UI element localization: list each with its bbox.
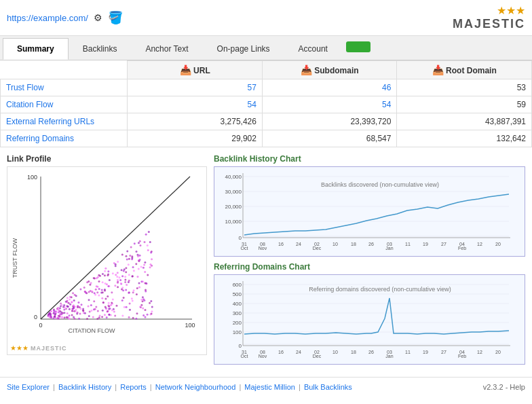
svg-point-347 [56, 311, 58, 313]
svg-text:500: 500 [233, 291, 242, 297]
svg-point-180 [140, 304, 142, 306]
svg-point-260 [93, 300, 95, 302]
footer-majestic-million[interactable]: Majestic Million [244, 383, 295, 391]
svg-text:0: 0 [39, 322, 42, 329]
svg-point-200 [137, 254, 139, 256]
svg-point-102 [83, 287, 86, 289]
svg-point-303 [140, 299, 142, 301]
svg-point-297 [112, 272, 114, 274]
tab-anchor-text[interactable]: Anchor Text [131, 38, 202, 60]
tab-backlinks[interactable]: Backlinks [69, 38, 132, 60]
svg-point-285 [136, 293, 138, 295]
tab-toggle[interactable] [346, 41, 370, 54]
svg-point-100 [66, 312, 69, 314]
svg-point-226 [88, 306, 90, 308]
majestic-logo: ★★★ MAJESTIC [453, 4, 525, 31]
svg-point-57 [144, 309, 146, 311]
col-root-label: Root Domain [446, 66, 497, 75]
metric-trust-flow[interactable]: Trust Flow [6, 83, 44, 92]
svg-point-202 [132, 275, 134, 277]
svg-text:30,000: 30,000 [225, 189, 242, 195]
gear-icon[interactable]: ⚙ [94, 12, 102, 23]
svg-point-108 [95, 289, 97, 291]
svg-point-9 [121, 253, 124, 255]
ext-url-subdomain: 23,393,720 [262, 113, 397, 130]
tab-onpage-links[interactable]: On-page Links [203, 38, 284, 60]
svg-point-90 [96, 285, 98, 287]
svg-point-221 [111, 301, 113, 304]
svg-point-335 [145, 234, 147, 236]
svg-point-241 [66, 300, 69, 302]
svg-point-177 [104, 270, 106, 272]
svg-point-268 [115, 265, 117, 267]
footer-bulk-backlinks[interactable]: Bulk Backlinks [304, 383, 352, 391]
svg-point-318 [77, 301, 79, 304]
svg-point-114 [149, 266, 151, 268]
svg-point-93 [133, 289, 135, 291]
backlink-history-title: Backlink History Chart [214, 154, 525, 164]
svg-point-228 [104, 268, 107, 270]
svg-point-306 [99, 315, 101, 317]
svg-point-290 [139, 255, 141, 257]
metric-citation-flow[interactable]: Citation Flow [6, 100, 53, 109]
col-subdomain-label: Subdomain [314, 66, 358, 75]
svg-point-59 [65, 308, 67, 310]
svg-point-98 [84, 312, 86, 314]
svg-point-176 [107, 274, 109, 276]
svg-point-351 [142, 267, 145, 269]
footer-network-neighbourhood[interactable]: Network Neighbourhood [155, 383, 236, 391]
svg-point-238 [108, 314, 110, 316]
footer-links: Site Explorer | Backlink History | Repor… [7, 383, 352, 391]
table-row: Referring Domains 29,902 68,547 132,642 [1, 130, 532, 147]
svg-point-49 [98, 295, 100, 297]
svg-point-294 [142, 298, 145, 300]
svg-point-243 [109, 308, 111, 310]
svg-point-352 [60, 314, 62, 316]
svg-text:18: 18 [351, 242, 356, 246]
link-profile-title: Link Profile [7, 154, 207, 164]
scatter-plot-svg: TRUST FLOW CITATION FLOW 100 0 0 100 [10, 170, 199, 343]
svg-point-314 [108, 306, 110, 308]
svg-line-8 [41, 177, 190, 319]
footer-site-explorer[interactable]: Site Explorer [7, 383, 50, 391]
svg-text:CITATION FLOW: CITATION FLOW [68, 327, 115, 334]
footer-nav: Site Explorer | Backlink History | Repor… [0, 377, 532, 397]
svg-text:300: 300 [233, 310, 242, 316]
metric-referring-domains[interactable]: Referring Domains [6, 134, 74, 143]
referring-domains-chart: 600 500 400 300 200 100 0 Referring doma… [214, 274, 525, 365]
svg-point-194 [126, 251, 128, 253]
svg-point-251 [77, 312, 79, 314]
svg-text:11: 11 [405, 242, 411, 246]
svg-point-339 [60, 303, 62, 305]
footer-reports[interactable]: Reports [120, 383, 147, 391]
svg-point-193 [124, 276, 126, 278]
small-logo-text: MAJESTIC [31, 345, 67, 352]
svg-point-320 [78, 318, 80, 320]
svg-point-292 [113, 310, 115, 312]
svg-point-212 [96, 318, 98, 320]
svg-text:20: 20 [495, 242, 501, 246]
site-url[interactable]: https://example.com/ [7, 13, 88, 23]
svg-point-204 [140, 265, 142, 268]
svg-point-208 [68, 302, 70, 304]
footer-backlink-history[interactable]: Backlink History [58, 383, 111, 391]
svg-text:10,000: 10,000 [225, 219, 242, 225]
svg-text:Jan: Jan [385, 246, 393, 251]
svg-point-152 [117, 282, 119, 284]
svg-point-201 [144, 261, 146, 263]
svg-point-129 [81, 304, 83, 306]
bucket-icon[interactable]: 🪣 [108, 10, 123, 25]
svg-text:12: 12 [477, 350, 482, 354]
svg-point-75 [121, 269, 123, 271]
svg-point-95 [128, 258, 130, 260]
svg-point-253 [151, 306, 153, 308]
svg-point-299 [62, 312, 64, 314]
svg-point-307 [126, 284, 128, 286]
svg-point-321 [98, 316, 100, 318]
svg-text:20: 20 [495, 350, 501, 354]
toggle-switch[interactable] [346, 41, 370, 52]
svg-point-69 [132, 291, 134, 293]
metric-external-urls[interactable]: External Referring URLs [6, 117, 94, 126]
tab-account[interactable]: Account [284, 38, 342, 60]
tab-summary[interactable]: Summary [3, 38, 69, 60]
